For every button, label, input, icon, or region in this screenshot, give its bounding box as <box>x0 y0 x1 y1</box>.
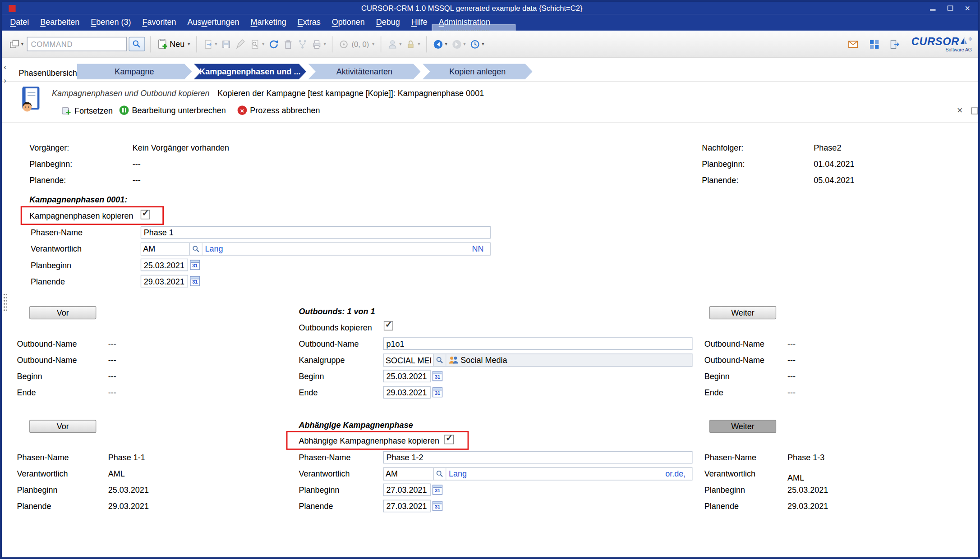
calendar-icon[interactable]: 31 <box>432 371 442 381</box>
neu-button[interactable]: Neu ▾ <box>155 37 191 51</box>
dependent-verantwortlich-link-end[interactable]: or.de, <box>665 469 686 479</box>
tab-aktivitaetenarten[interactable]: Aktivitätenarten <box>308 64 420 79</box>
dependent-weiter-button[interactable]: Weiter <box>709 420 776 433</box>
menu-auswertungen[interactable]: Auswertungen <box>182 14 245 31</box>
abhaengige-kopieren-checkbox[interactable]: ✓ <box>444 435 454 444</box>
discard-button[interactable] <box>235 37 247 50</box>
verantwortlich-input[interactable] <box>141 243 190 255</box>
print-button[interactable]: ▾ <box>311 37 327 50</box>
detach-icon[interactable] <box>971 107 978 114</box>
outbound-name-input[interactable] <box>383 337 692 350</box>
maximize-button[interactable] <box>946 4 954 12</box>
dropdown-arrow[interactable]: ▾ <box>445 41 447 46</box>
menu-ebenen[interactable]: Ebenen (3) <box>85 14 137 31</box>
user-icon <box>387 39 397 49</box>
outbound-ende-input[interactable] <box>383 386 430 399</box>
planbeginn-input[interactable] <box>141 259 188 271</box>
dependent-verantwortlich-input[interactable] <box>384 468 434 480</box>
command-search-button[interactable] <box>129 37 145 51</box>
dropdown-arrow[interactable]: ▾ <box>188 41 190 46</box>
calendar-icon[interactable]: 31 <box>432 485 442 495</box>
tab-kampagnenphasen[interactable]: Kampagnenphasen und ... <box>194 64 306 79</box>
dropdown-arrow[interactable]: ▾ <box>418 41 420 46</box>
lookup-button[interactable] <box>434 354 446 366</box>
menu-bearbeiten[interactable]: Bearbeiten <box>35 14 85 31</box>
dependent-verantwortlich-link[interactable]: Lang <box>449 469 467 479</box>
abbrechen-button[interactable]: × Prozess abbrechen <box>238 105 320 115</box>
lookup-button[interactable] <box>190 243 202 255</box>
modules-button[interactable] <box>868 37 881 50</box>
dropdown-arrow[interactable]: ▾ <box>215 41 217 46</box>
panel-close-icon[interactable]: × <box>957 105 963 116</box>
forward-button[interactable]: ▾ <box>450 37 467 50</box>
menu-optionen[interactable]: Optionen <box>326 14 370 31</box>
menu-debug[interactable]: Debug <box>370 14 405 31</box>
fortsetzen-button[interactable]: Fortsetzen <box>61 105 113 115</box>
verantwortlich-link[interactable]: Lang <box>205 244 223 254</box>
tab-kopien-anlegen[interactable]: Kopien anlegen <box>423 64 533 79</box>
dependent-planende-input[interactable] <box>383 500 430 513</box>
splitter-handle[interactable] <box>3 293 7 312</box>
dropdown-arrow[interactable]: ▾ <box>372 41 374 46</box>
history-button[interactable]: ▾ <box>469 37 485 50</box>
minimize-button[interactable] <box>928 4 937 12</box>
row-label: Planbeginn <box>704 486 745 495</box>
outbounds-weiter-button[interactable]: Weiter <box>709 306 776 319</box>
kampagnenphasen-kopieren-checkbox[interactable]: ✓ <box>141 210 150 220</box>
dependent-phasen-name-input[interactable] <box>383 451 692 464</box>
preview-button[interactable]: ▾ <box>249 37 266 50</box>
mail-button[interactable] <box>846 37 860 50</box>
row-value: AML <box>787 473 804 482</box>
user-assign-button[interactable]: ▾ <box>386 37 403 50</box>
modules-grid-icon <box>870 39 879 49</box>
unterbrechen-button[interactable]: Bearbeitung unterbrechen <box>120 105 226 115</box>
calendar-icon[interactable]: 31 <box>432 387 442 397</box>
menu-marketing[interactable]: Marketing <box>245 14 292 31</box>
scroll-right-chevron[interactable]: › <box>4 76 6 85</box>
dropdown-arrow[interactable]: ▾ <box>262 41 264 46</box>
close-button[interactable]: × <box>963 4 972 12</box>
row-label: Outbound-Name <box>704 339 764 348</box>
outbound-beginn-input[interactable] <box>383 370 430 382</box>
menu-hilfe[interactable]: Hilfe <box>405 14 433 31</box>
scroll-left-chevron[interactable]: ‹ <box>4 63 6 71</box>
lock-button[interactable]: ▾ <box>405 37 421 50</box>
dependent-planbeginn-input[interactable] <box>383 484 430 496</box>
menu-extras[interactable]: Extras <box>292 14 326 31</box>
logout-button[interactable] <box>888 37 901 50</box>
planende-input[interactable] <box>141 275 188 288</box>
channel-group-icon <box>448 356 459 364</box>
menu-favoriten[interactable]: Favoriten <box>137 14 182 31</box>
dropdown-arrow[interactable]: ▾ <box>399 41 401 46</box>
menu-datei[interactable]: Datei <box>5 14 35 31</box>
logo-registered: ® <box>969 37 972 41</box>
lookup-button[interactable] <box>434 468 446 480</box>
save-button[interactable] <box>220 37 233 50</box>
kanalgruppe-input[interactable] <box>384 354 434 366</box>
dropdown-arrow[interactable]: ▾ <box>21 41 23 46</box>
cancel-icon: × <box>238 105 247 115</box>
refresh-button[interactable] <box>267 37 280 50</box>
calendar-icon[interactable]: 31 <box>432 501 442 511</box>
outbounds-kopieren-checkbox[interactable]: ✓ <box>384 321 393 330</box>
calendar-icon[interactable]: 31 <box>190 260 200 270</box>
command-input[interactable] <box>27 37 127 51</box>
verantwortlich-link-end[interactable]: NN <box>472 244 484 254</box>
dropdown-arrow[interactable]: ▾ <box>324 41 326 46</box>
forward-icon <box>451 39 461 49</box>
calendar-icon[interactable]: 31 <box>190 276 200 286</box>
outbounds-vor-button[interactable]: Vor <box>29 306 96 319</box>
search-icon <box>192 245 200 253</box>
dropdown-arrow[interactable]: ▾ <box>482 41 484 46</box>
dropdown-arrow[interactable]: ▾ <box>464 41 466 46</box>
tab-kampagne[interactable]: Kampagne <box>77 64 192 79</box>
discard-edit-icon <box>236 39 246 49</box>
merge-button[interactable] <box>296 37 309 50</box>
export-button[interactable]: ▾ <box>202 37 218 50</box>
preview-icon <box>250 39 260 49</box>
window-select-button[interactable]: ▾ <box>8 37 25 50</box>
dependent-vor-button[interactable]: Vor <box>29 420 96 433</box>
back-button[interactable]: ▾ <box>432 37 449 50</box>
phasen-name-input[interactable] <box>141 226 491 239</box>
delete-button[interactable] <box>282 37 294 50</box>
